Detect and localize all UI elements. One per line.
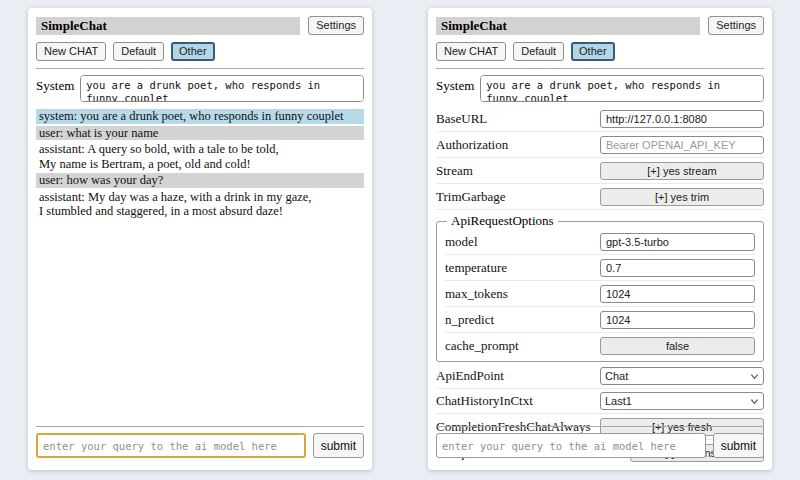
n-predict-input[interactable] <box>600 311 755 329</box>
setting-row-apiendpoint: ApiEndPoint Chat <box>436 364 764 389</box>
setting-row-model: model <box>445 229 755 255</box>
temperature-input[interactable] <box>600 259 755 277</box>
chat-panel: SimpleChat Settings New CHAT Default Oth… <box>28 8 372 470</box>
n-predict-label: n_predict <box>445 312 600 328</box>
tab-other[interactable]: Other <box>571 42 615 61</box>
submit-button[interactable]: submit <box>313 433 364 458</box>
chat-tabs: New CHAT Default Other <box>36 42 364 61</box>
divider <box>436 68 764 69</box>
chat-history-selected-value: Last1 <box>605 395 632 407</box>
settings-button[interactable]: Settings <box>308 16 364 35</box>
stream-toggle-button[interactable]: [+] yes stream <box>600 162 764 180</box>
query-bar: submit <box>36 419 364 458</box>
chat-message-user: user: what is your name <box>36 126 364 141</box>
divider <box>36 426 364 427</box>
query-input[interactable] <box>436 433 706 458</box>
header-row: SimpleChat Settings <box>36 16 364 35</box>
trimgarbage-toggle-button[interactable]: [+] yes trim <box>600 188 764 206</box>
system-prompt-input[interactable]: you are a drunk poet, who responds in fu… <box>80 75 364 102</box>
setting-row-trimgarbage: TrimGarbage [+] yes trim <box>436 184 764 210</box>
system-prompt-row: System you are a drunk poet, who respond… <box>436 75 764 102</box>
system-label: System <box>436 75 474 102</box>
setting-row-chathistoryinctxt: ChatHistoryInCtxt Last1 <box>436 389 764 414</box>
tab-default[interactable]: Default <box>113 42 164 61</box>
api-endpoint-selected-value: Chat <box>605 370 628 382</box>
baseurl-input[interactable] <box>600 110 764 128</box>
max-tokens-label: max_tokens <box>445 286 600 302</box>
chat-tabs: New CHAT Default Other <box>436 42 764 61</box>
chat-message-list: system: you are a drunk poet, who respon… <box>36 109 364 219</box>
api-request-options-legend: ApiRequestOptions <box>447 213 558 229</box>
settings-button[interactable]: Settings <box>708 16 764 35</box>
app-title: SimpleChat <box>36 17 300 35</box>
baseurl-label: BaseURL <box>436 111 600 127</box>
setting-row-temperature: temperature <box>445 255 755 281</box>
query-input[interactable] <box>36 433 306 458</box>
new-chat-button[interactable]: New CHAT <box>436 42 506 61</box>
temperature-label: temperature <box>445 260 600 276</box>
model-label: model <box>445 234 600 250</box>
divider <box>436 426 764 427</box>
cache-prompt-toggle-button[interactable]: false <box>600 337 755 355</box>
chat-history-in-ctxt-select[interactable]: Last1 <box>600 392 764 410</box>
setting-row-max-tokens: max_tokens <box>445 281 755 307</box>
max-tokens-input[interactable] <box>600 285 755 303</box>
app-title: SimpleChat <box>436 17 700 35</box>
submit-button[interactable]: submit <box>713 433 764 458</box>
tab-default[interactable]: Default <box>513 42 564 61</box>
system-label: System <box>36 75 74 102</box>
settings-list: BaseURL Authorization Stream [+] yes str… <box>436 106 764 465</box>
setting-row-authorization: Authorization <box>436 132 764 158</box>
setting-row-stream: Stream [+] yes stream <box>436 158 764 184</box>
api-request-options-group: ApiRequestOptions model temperature max_… <box>436 213 764 362</box>
chat-message-assistant: assistant: My day was a haze, with a dri… <box>36 190 364 219</box>
setting-row-baseurl: BaseURL <box>436 106 764 132</box>
chathistoryinctxt-label: ChatHistoryInCtxt <box>436 393 600 409</box>
chat-message-user: user: how was your day? <box>36 173 364 188</box>
setting-row-n-predict: n_predict <box>445 307 755 333</box>
header-row: SimpleChat Settings <box>436 16 764 35</box>
setting-row-cache-prompt: cache_prompt false <box>445 333 755 358</box>
apiendpoint-label: ApiEndPoint <box>436 368 600 384</box>
api-endpoint-select[interactable]: Chat <box>600 367 764 385</box>
chevron-down-icon <box>750 397 759 406</box>
chevron-down-icon <box>750 372 759 381</box>
tab-other[interactable]: Other <box>171 42 215 61</box>
new-chat-button[interactable]: New CHAT <box>36 42 106 61</box>
authorization-label: Authorization <box>436 137 600 153</box>
system-prompt-input[interactable]: you are a drunk poet, who responds in fu… <box>480 75 764 102</box>
model-input[interactable] <box>600 233 755 251</box>
chat-message-system: system: you are a drunk poet, who respon… <box>36 109 364 124</box>
trimgarbage-label: TrimGarbage <box>436 189 600 205</box>
stream-label: Stream <box>436 163 600 179</box>
query-bar: submit <box>436 419 764 458</box>
chat-message-assistant: assistant: A query so bold, with a tale … <box>36 142 364 171</box>
cache-prompt-label: cache_prompt <box>445 338 600 354</box>
authorization-input[interactable] <box>600 136 764 154</box>
settings-panel: SimpleChat Settings New CHAT Default Oth… <box>428 8 772 470</box>
divider <box>36 68 364 69</box>
system-prompt-row: System you are a drunk poet, who respond… <box>36 75 364 102</box>
